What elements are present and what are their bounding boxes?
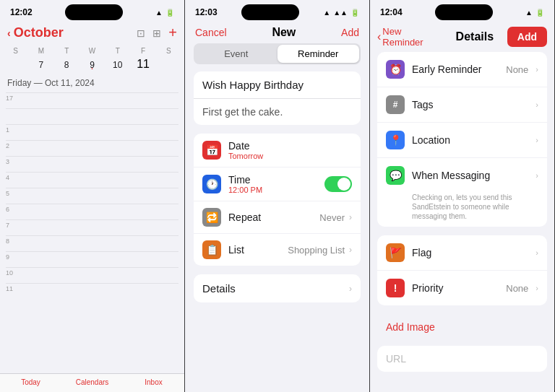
new-reminder-title: New: [272, 26, 296, 39]
status-icons-1: ▲ 🔋: [155, 9, 174, 17]
cal-cell-10[interactable]: 10: [105, 58, 130, 72]
wifi-icon: ▲: [155, 9, 163, 17]
repeat-option[interactable]: 🔁 Repeat Never ›: [194, 201, 361, 234]
details-row-label: Details: [202, 282, 236, 295]
time-toggle[interactable]: [324, 176, 352, 192]
add-image-container: Add Image: [370, 314, 554, 346]
time-toggle-container: [324, 176, 352, 192]
details-nav-title: Details: [442, 30, 507, 43]
time-label: Time: [228, 174, 317, 186]
cal-hour-9: 9: [6, 251, 178, 267]
reminder-notes-input[interactable]: First get the cake.: [194, 99, 361, 125]
time-sub: 12:00 PM: [228, 186, 317, 194]
list-icon: 📋: [202, 240, 221, 259]
cal-hour-4: 4: [6, 172, 178, 188]
cal-hour-11: 11: [6, 283, 178, 299]
list-option[interactable]: 📋 List Shopping List ›: [194, 234, 361, 266]
add-image-button[interactable]: Add Image: [377, 314, 547, 340]
cal-cell-7[interactable]: 7: [28, 58, 53, 72]
cal-hour-6: 6: [6, 204, 178, 219]
details-section-1: ⏰ Early Reminder None › # Tags › 📍 Locat…: [377, 52, 547, 227]
tab-inbox[interactable]: Inbox: [123, 378, 184, 386]
early-reminder-icon: ⏰: [386, 60, 405, 79]
cal-grid: 7 8 9 10 11: [0, 58, 184, 75]
cal-hour-5: 5: [6, 188, 178, 204]
status-icons-3: ▲ 🔋: [525, 9, 544, 17]
cal-hour-1: 1: [6, 124, 178, 140]
date-option[interactable]: 📅 Date Tomorrow: [194, 134, 361, 167]
reminder-title-input[interactable]: Wish Happy Birthday: [194, 71, 361, 99]
date-sub: Tomorrow: [228, 152, 352, 160]
early-reminder-row[interactable]: ⏰ Early Reminder None ›: [377, 52, 547, 87]
add-button[interactable]: Add: [341, 27, 359, 38]
details-row[interactable]: Details ›: [194, 274, 361, 302]
cal-days-header: S M T W T F S: [0, 44, 184, 58]
repeat-icon: 🔁: [202, 208, 221, 227]
tags-row[interactable]: # Tags ›: [377, 87, 547, 123]
reminder-options: 📅 Date Tomorrow 🕐 Time 12:00 PM 🔁 Repeat: [194, 134, 361, 266]
reminder-input-section: Wish Happy Birthday First get the cake.: [194, 71, 361, 125]
status-bar-2: 12:03 ▲ ▲▲ 🔋: [185, 0, 369, 23]
segment-control: Event Reminder: [194, 43, 361, 64]
cal-cell-8[interactable]: 8: [54, 58, 79, 72]
early-reminder-value: None: [506, 64, 528, 75]
flag-chevron-icon: ›: [535, 248, 538, 257]
time-option[interactable]: 🕐 Time 12:00 PM: [194, 167, 361, 201]
url-field[interactable]: URL: [386, 353, 538, 365]
date-label: Date: [228, 140, 352, 152]
dynamic-island-3: [435, 4, 493, 20]
url-section: URL: [377, 346, 547, 372]
back-label: New Reminder: [382, 26, 442, 48]
cal-cell-11[interactable]: 11: [130, 58, 155, 72]
tab-calendars[interactable]: Calendars: [61, 378, 123, 386]
when-messaging-row[interactable]: 💬 When Messaging ›: [377, 158, 547, 193]
event-tab[interactable]: Event: [195, 45, 278, 63]
back-button[interactable]: ‹ New Reminder: [377, 26, 442, 48]
priority-row[interactable]: ! Priority None ›: [377, 271, 547, 305]
repeat-value-container: Never ›: [319, 212, 352, 223]
add-event-button[interactable]: +: [168, 25, 177, 41]
time-content: Time 12:00 PM: [228, 174, 317, 194]
early-reminder-chevron-icon: ›: [535, 65, 538, 74]
search-icon[interactable]: ⊡: [137, 27, 145, 39]
location-row[interactable]: 📍 Location ›: [377, 123, 547, 158]
cal-date-label: Friday — Oct 11, 2024: [0, 75, 184, 90]
tags-chevron-icon: ›: [535, 100, 538, 109]
day-s1: S: [3, 45, 28, 56]
day-t1: T: [54, 45, 79, 56]
day-w: W: [79, 45, 105, 56]
list-chevron-icon: ›: [349, 245, 352, 255]
wifi-icon-3: ▲: [525, 9, 533, 17]
day-s2: S: [156, 45, 181, 56]
when-messaging-sub-text: Checking on, lets you send this SandEtst…: [377, 193, 547, 227]
repeat-label: Repeat: [228, 212, 312, 223]
calendar-month[interactable]: ‹ October: [7, 25, 64, 40]
tab-today[interactable]: Today: [0, 378, 61, 386]
day-f: F: [130, 45, 155, 56]
cal-cell-9[interactable]: 9: [79, 58, 105, 72]
time-icon: 🕐: [202, 175, 221, 193]
cancel-button[interactable]: Cancel: [195, 27, 227, 38]
priority-label: Priority: [412, 282, 499, 294]
cal-hour-7: 7: [6, 219, 178, 235]
day-t2: T: [105, 45, 130, 56]
cal-hour-3: 3: [6, 156, 178, 172]
cal-hour-17: 17: [6, 92, 178, 108]
early-reminder-label: Early Reminder: [412, 64, 499, 75]
dynamic-island-1: [65, 4, 123, 20]
details-panel: 12:04 ▲ 🔋 ‹ New Reminder Details Add ⏰ E…: [370, 0, 555, 392]
flag-row[interactable]: 🚩 Flag ›: [377, 235, 547, 271]
layout-icon[interactable]: ⊞: [152, 27, 161, 39]
location-chevron-icon: ›: [535, 136, 538, 144]
battery-icon: 🔋: [165, 9, 174, 17]
flag-icon: 🚩: [386, 243, 405, 262]
details-add-button[interactable]: Add: [507, 27, 547, 47]
reminder-tab[interactable]: Reminder: [278, 45, 360, 63]
cal-hour-8: 8: [6, 235, 178, 251]
priority-icon: !: [386, 279, 405, 297]
cal-timeline: 17 1 2 3 4 5 6 7 8 9 10 11: [0, 90, 184, 373]
repeat-content: Repeat: [228, 212, 312, 223]
reminder-nav-bar: Cancel New Add: [185, 23, 369, 43]
details-nav-bar: ‹ New Reminder Details Add: [370, 23, 554, 52]
back-arrow-icon[interactable]: ‹: [7, 27, 11, 39]
